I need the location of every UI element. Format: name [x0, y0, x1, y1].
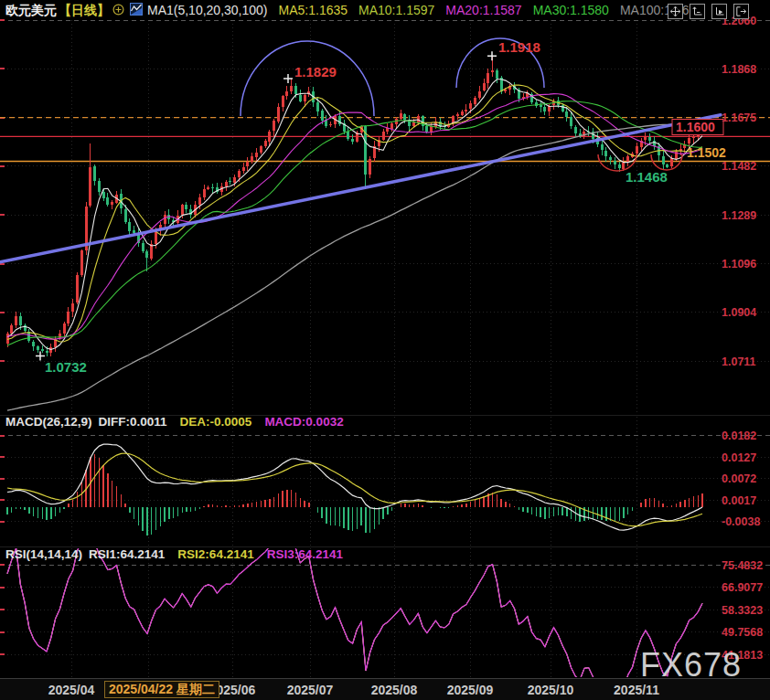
- y-axis-tick-label: 58.3323: [722, 604, 763, 617]
- chart-header: 欧元美元【日线】MA1(5,10,20,30,100)MA5:1.1635MA1…: [0, 0, 770, 20]
- y-axis-scale-icon[interactable]: [690, 4, 705, 19]
- candle-body: [255, 153, 258, 157]
- candle-body: [251, 156, 253, 161]
- candle-body: [145, 251, 148, 258]
- candle-body: [666, 164, 668, 166]
- chart-type-icon[interactable]: [130, 1, 143, 21]
- candle-body: [164, 215, 166, 224]
- candle-body: [483, 83, 486, 90]
- candle-body: [133, 230, 135, 233]
- price-tag: 1.1600: [676, 120, 715, 134]
- y-axis-tick-label: 1.1868: [722, 63, 756, 76]
- candle-body: [626, 156, 629, 162]
- candle-body: [102, 192, 105, 197]
- candle-body: [264, 141, 267, 145]
- candle-body: [688, 138, 690, 143]
- candle-body: [644, 136, 647, 140]
- candle-body: [185, 205, 187, 209]
- y-axis-tick-label: 1.1096: [722, 258, 756, 270]
- candle-body: [614, 161, 616, 164]
- candle-body: [692, 136, 695, 138]
- candle-body: [618, 164, 621, 168]
- y-axis-tick-label: 0.0182: [722, 430, 756, 442]
- ma-indicator-label: MA1(5,10,20,30,100): [147, 3, 268, 17]
- candle-body: [543, 107, 546, 111]
- ma-line-10: [7, 85, 702, 342]
- rsi2-value: RSI2:64.2141: [177, 547, 253, 561]
- candle-body: [229, 181, 231, 182]
- candle-body: [461, 111, 464, 115]
- pan-tool-icon[interactable]: [668, 4, 683, 19]
- price-chart-canvas[interactable]: 1.18291.19181.07321.14681.16001.15021.20…: [0, 0, 770, 700]
- candle-body: [400, 113, 402, 119]
- candle-body: [32, 342, 35, 346]
- price-pane: [0, 56, 770, 410]
- candle-body: [225, 182, 228, 186]
- candle-body: [609, 157, 612, 160]
- y-axis-tick-label: 0.0017: [722, 494, 756, 507]
- candle-body: [63, 323, 66, 334]
- candle-body: [111, 202, 113, 205]
- add-indicator-icon[interactable]: [112, 1, 124, 21]
- candle-body: [390, 123, 393, 128]
- candle-body: [478, 91, 481, 98]
- macd-diff-value: DIFF:0.0011: [99, 415, 167, 429]
- candle-body: [19, 316, 22, 325]
- candle-body: [37, 346, 39, 349]
- candle-body: [636, 146, 638, 153]
- month-label: 2025/11: [614, 679, 659, 700]
- candle-body: [246, 162, 249, 166]
- candle-body: [504, 90, 507, 91]
- candle-body: [430, 126, 433, 132]
- exit-chart-icon[interactable]: [733, 4, 749, 19]
- month-label: 2025/08: [371, 679, 418, 700]
- x-axis-scale-icon[interactable]: [711, 4, 727, 19]
- candle-body: [299, 95, 302, 101]
- rsi-title: RSI(14,14,14): [5, 547, 82, 561]
- candle-body: [46, 351, 48, 353]
- chart-toolbar: [665, 2, 749, 17]
- candle-body: [662, 156, 665, 164]
- candle-body: [142, 243, 144, 251]
- candle-body: [604, 151, 607, 157]
- rsi1-value: RSI1:64.2141: [89, 547, 165, 561]
- macd-dea-line: [7, 453, 702, 526]
- candle-body: [465, 110, 467, 111]
- candle-body: [474, 98, 476, 103]
- candle-body: [233, 177, 236, 183]
- candle-body: [496, 70, 498, 79]
- y-axis-tick-label: 0.0127: [722, 451, 756, 464]
- rsi-pane-header: RSI(14,14,14)RSI1:64.2141RSI2:64.2141RSI…: [5, 547, 343, 561]
- y-axis-tick-label: 66.9077: [722, 581, 763, 594]
- macd-dea-value: DEA:-0.0005: [180, 415, 252, 429]
- y-axis-tick-label: -0.0038: [722, 515, 760, 528]
- candle-body: [321, 111, 324, 120]
- y-axis-tick-label: 1.1289: [722, 209, 756, 222]
- candle-body: [6, 334, 9, 344]
- forex-chart-app: 1.18291.19181.07321.14681.16001.15021.20…: [0, 0, 770, 700]
- candle-body: [89, 167, 91, 206]
- y-axis-tick-label: 1.0904: [722, 306, 756, 319]
- candle-body: [425, 126, 428, 131]
- candle-body: [487, 73, 489, 83]
- ma-values: MA5:1.1635MA10:1.1597MA20:1.1587MA30:1.1…: [268, 3, 690, 17]
- candle-body: [268, 132, 271, 142]
- candle-body: [98, 181, 101, 192]
- candle-body: [491, 70, 494, 72]
- candle-body: [412, 122, 415, 126]
- ma-line-30: [7, 101, 702, 345]
- month-label: 2025/07: [287, 679, 334, 700]
- candle-body: [242, 167, 245, 172]
- ma-value-label: MA5:1.1635: [279, 3, 348, 17]
- candle-body: [369, 159, 371, 175]
- macd-title: MACD(26,12,9): [5, 415, 92, 429]
- y-axis-tick-label: 1.1675: [722, 111, 756, 124]
- price-annotation: 1.1468: [626, 169, 668, 185]
- candle-body: [570, 117, 572, 126]
- price-annotation: 1.1829: [294, 64, 337, 80]
- price-annotation: 1.0732: [45, 359, 87, 375]
- price-annotation: 1.1918: [498, 39, 540, 55]
- period-label[interactable]: 【日线】: [59, 3, 110, 17]
- candle-body: [71, 303, 74, 312]
- ma-line-5: [7, 80, 702, 350]
